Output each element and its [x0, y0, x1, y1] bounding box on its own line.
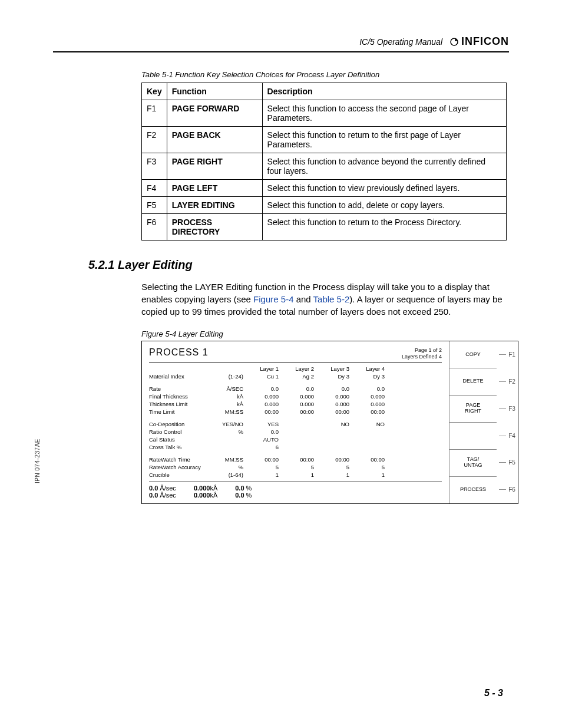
- fig-cell: 0.0: [282, 386, 318, 392]
- fig-row-unit: (1-24): [214, 373, 247, 380]
- figure-layersdefined: Layers Defined 4: [402, 354, 442, 360]
- fig-row-label: Cal Status: [149, 436, 214, 443]
- fig-row-label: Ratio Control: [149, 429, 214, 435]
- fig-row-unit: %: [214, 464, 247, 470]
- table-row: F3 PAGE RIGHT Select this function to ad…: [142, 153, 507, 180]
- cell-key: F1: [142, 100, 167, 127]
- side-btn-page-right: PAGE RIGHT: [449, 396, 497, 423]
- table-row: F4 PAGE LEFT Select this function to vie…: [142, 180, 507, 197]
- fig-row-label: Material Index: [149, 373, 214, 380]
- fig-cell: [353, 444, 388, 450]
- fig-cell: 5: [318, 464, 353, 470]
- figure-side-buttons: COPY DELETE PAGE RIGHT TAG/ UNTAG PROCES…: [449, 341, 497, 503]
- fig-cell: Dy 3: [353, 373, 388, 380]
- fig-cell: 1: [353, 472, 388, 478]
- fig-cell: Cu 1: [247, 373, 282, 380]
- fig-cell: [282, 421, 318, 427]
- fig-row-label: Thickness Limit: [149, 401, 214, 407]
- fig-cell: 0.000: [353, 401, 388, 407]
- side-doc-number: IPN 074-237AE: [34, 439, 41, 483]
- fig-cell: [353, 429, 388, 435]
- table-row: F6 PROCESS DIRECTORY Select this functio…: [142, 214, 507, 241]
- side-btn-delete: DELETE: [449, 368, 497, 396]
- fig-cell: YES: [247, 421, 282, 427]
- fig-cell: [318, 444, 353, 450]
- fig-row-unit: %: [214, 429, 247, 435]
- fig-cell: [282, 436, 318, 443]
- figure-title: PROCESS 1: [149, 347, 209, 358]
- fig-cell: Dy 3: [318, 373, 353, 380]
- table-row: F2 PAGE BACK Select this function to ret…: [142, 127, 507, 153]
- fig-cell: 6: [247, 444, 282, 450]
- cell-key: F3: [142, 153, 167, 180]
- fig-cell: [282, 429, 318, 435]
- xref-figure: Figure 5-4: [253, 294, 293, 304]
- side-btn-blank: [449, 423, 497, 450]
- cell-desc: Select this function to view previously …: [262, 180, 506, 197]
- fig-cell: 5: [282, 464, 318, 470]
- page-header: IC/5 Operating Manual INFICON: [53, 35, 509, 52]
- cell-function: PAGE BACK: [167, 127, 262, 153]
- fig-row-unit: (1-64): [214, 472, 247, 478]
- body-paragraph: Selecting the LAYER Editing function in …: [141, 281, 518, 318]
- cell-key: F2: [142, 127, 167, 153]
- fig-cell: 0.000: [247, 401, 282, 407]
- side-btn-process: PROCESS: [449, 477, 497, 503]
- cell-desc: Select this function to advance beyond t…: [262, 153, 506, 180]
- side-btn-copy: COPY: [449, 341, 497, 368]
- fig-col-header: Layer 2: [282, 365, 318, 372]
- fig-row-unit: YES/NO: [214, 421, 247, 427]
- fig-cell: 1: [247, 472, 282, 478]
- fig-cell: 0.000: [247, 393, 282, 400]
- fig-cell: 0.0: [247, 429, 282, 435]
- fig-cell: AUTO: [247, 436, 282, 443]
- fig-cell: [353, 436, 388, 443]
- logo-icon: [449, 37, 459, 47]
- figure-fkey-col: F1 F2 F3 F4 F5 F6: [497, 341, 518, 503]
- fig-row-unit: [214, 444, 247, 450]
- fig-row-unit: kÅ: [214, 401, 247, 407]
- fig-cell: Ag 2: [282, 373, 318, 380]
- fig-row-label: Crucible: [149, 472, 214, 478]
- cell-desc: Select this function to return to the fi…: [262, 127, 506, 153]
- side-btn-tag-untag: TAG/ UNTAG: [449, 450, 497, 477]
- fig-col-header: Layer 3: [318, 365, 353, 372]
- fig-cell: 1: [318, 472, 353, 478]
- cell-function: PAGE FORWARD: [167, 100, 262, 127]
- fig-col-header: Layer 4: [353, 365, 388, 372]
- function-key-table: Key Function Description F1 PAGE FORWARD…: [141, 83, 507, 241]
- fig-cell: 0.0: [247, 386, 282, 392]
- fig-cell: 0.000: [318, 393, 353, 400]
- cell-key: F4: [142, 180, 167, 197]
- fig-cell: NO: [353, 421, 388, 427]
- fig-cell: NO: [318, 421, 353, 427]
- cell-function: PAGE LEFT: [167, 180, 262, 197]
- fig-row-label: RateWatch Time: [149, 456, 214, 463]
- fig-row-label: Time Limit: [149, 409, 214, 415]
- fig-row-unit: kÅ: [214, 393, 247, 400]
- fig-row-label: Co-Deposition: [149, 421, 214, 427]
- page-number: 5 - 3: [484, 688, 503, 699]
- fig-cell: 0.000: [353, 393, 388, 400]
- fig-cell: 0.0: [353, 386, 388, 392]
- cell-key: F5: [142, 197, 167, 214]
- fig-row-unit: MM:SS: [214, 456, 247, 463]
- fig-row-label: Rate: [149, 386, 214, 392]
- figure-caption: Figure 5-4 Layer Editing: [141, 330, 509, 338]
- manual-title: IC/5 Operating Manual: [359, 37, 442, 47]
- th-description: Description: [262, 83, 506, 100]
- th-key: Key: [142, 83, 167, 100]
- cell-desc: Select this function to return to the Pr…: [262, 214, 506, 241]
- svg-point-1: [455, 39, 457, 41]
- table-row: F1 PAGE FORWARD Select this function to …: [142, 100, 507, 127]
- fig-cell: 00:00: [282, 456, 318, 463]
- table-caption: Table 5-1 Function Key Selection Choices…: [141, 70, 509, 79]
- xref-table: Table 5-2: [313, 294, 350, 304]
- brand-name: INFICON: [461, 35, 509, 48]
- fig-row-unit: Å/SEC: [214, 386, 247, 392]
- fig-row-unit: MM:SS: [214, 409, 247, 415]
- cell-function: PAGE RIGHT: [167, 153, 262, 180]
- cell-key: F6: [142, 214, 167, 241]
- fig-col-header: Layer 1: [247, 365, 282, 372]
- cell-desc: Select this function to access the secon…: [262, 100, 506, 127]
